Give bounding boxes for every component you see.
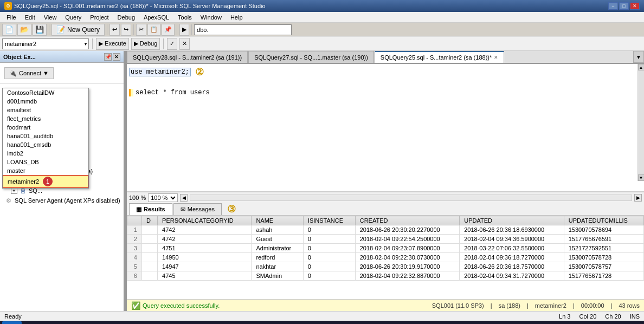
taskbar-task-view-button[interactable]: ⧉ [41,321,56,324]
menu-project[interactable]: Project [86,13,113,22]
new-file-button[interactable]: 📄 [2,24,16,36]
minimize-button[interactable]: − [608,2,618,10]
row-num-cell: 3 [127,244,142,253]
horizontal-scroll-track[interactable] [190,195,632,201]
menu-view[interactable]: View [40,13,61,22]
open-file-button[interactable]: 📂 [17,24,31,36]
menu-bar: File Edit View Query Project Debug ApexS… [0,12,644,23]
start-button[interactable]: ⊞ [2,321,22,324]
table-row[interactable]: 24742Guest02018-02-04 09:22:54.250000020… [127,235,644,244]
editor-area: SQLQuery28.sql - S...taminer2 (sa (191))… [127,51,644,311]
db-item-master[interactable]: master [3,166,88,175]
cut-button[interactable]: ✂ [136,24,146,36]
table-row[interactable]: 14742ashah02018-06-26 20:30:20.227000020… [127,225,644,235]
results-table-wrapper[interactable]: D PERSONALCATEGORYID NAME ISINSTANCE CRE… [127,216,644,299]
code-editor[interactable]: use metaminer2; ② select * from users [127,64,644,192]
db-item-metaminer2[interactable]: metaminer2 1 [3,175,88,188]
copy-button[interactable]: 📋 [147,24,160,36]
menu-window[interactable]: Window [196,13,226,22]
table-row[interactable]: 414950redford02018-02-04 09:22:30.073000… [127,253,644,262]
data-cell: 0 [303,271,355,281]
menu-tools[interactable]: Tools [173,13,196,22]
db-item-emailtest[interactable]: emailtest [3,106,88,114]
status-server: SQL001 (11.0 SP3) [432,302,484,309]
results-tab-results[interactable]: ▦ Results [129,203,172,215]
scroll-up-button[interactable]: ▲ [638,64,645,70]
zoom-selector[interactable]: 100 % 75 % 150 % [148,193,178,202]
play-button[interactable]: ▶ [179,24,189,36]
data-cell: 4742 [158,235,252,244]
code-line-3: select * from users [129,88,636,98]
taskbar-explorer-button[interactable]: 📁 [59,321,74,324]
object-explorer-header: Object Ex... 📌 ✕ [0,51,124,63]
new-query-button[interactable]: 📝 New Query [51,24,105,36]
menu-edit[interactable]: Edit [21,13,40,22]
row-num-cell: 6 [127,271,142,281]
data-cell: 1530070578757 [564,262,643,271]
scroll-right-button[interactable]: ▶ [634,194,642,202]
scroll-down-button[interactable]: ▼ [638,174,645,181]
pane-close-button[interactable]: ✕ [113,53,120,61]
debug-button[interactable]: ▶ Debug [131,38,160,50]
data-cell: 2018-02-04 09:34:36.5900000 [460,235,564,244]
app-icon: ⚙ [4,2,12,10]
tab-query28[interactable]: SQLQuery28.sql - S...taminer2 (sa (191)) [127,51,248,63]
results-table: D PERSONALCATEGORYID NAME ISINSTANCE CRE… [127,216,644,281]
messages-tab-label: Messages [188,206,215,212]
col-updatedutcmillis: UPDATEDUTCMILLIS [564,216,643,225]
db-selector[interactable]: metaminer2 [2,38,89,49]
db-item-imdb2[interactable]: imdb2 [3,149,88,158]
taskbar-search-button[interactable]: 🔍 [24,321,39,324]
menu-apexsql[interactable]: ApexSQL [139,13,173,22]
cancel-exec-button[interactable]: ✕ [179,38,190,50]
undo-button[interactable]: ↩ [110,24,120,36]
table-row[interactable]: 34751Administrator02018-02-04 09:23:07.8… [127,244,644,253]
data-cell: 2018-02-04 09:23:07.8900000 [355,244,460,253]
row-num-cell: 4 [127,253,142,262]
paste-button[interactable]: 📌 [162,24,175,36]
connect-button[interactable]: 🔌 Connect ▼ [4,67,54,79]
maximize-button[interactable]: □ [619,2,629,10]
server-search-input[interactable] [194,24,292,35]
separator-5 [191,24,192,35]
check-button[interactable]: ✓ [167,38,177,50]
status-separator-4: | [611,302,613,309]
table-row[interactable]: 64745SMAdmin02018-02-04 09:22:32.8870000… [127,271,644,281]
tab-scroll-button[interactable]: ▼ [633,51,644,63]
execute-button[interactable]: ▶ Execute [96,38,129,50]
save-button[interactable]: 💾 [33,24,47,36]
menu-debug[interactable]: Debug [113,13,139,22]
taskbar-chrome-button[interactable]: ◉ [76,321,91,324]
annotation-1: 1 [43,177,53,186]
tab-query25[interactable]: SQLQuery25.sql - S...taminer2 (sa (188))… [375,51,504,63]
results-tab-messages[interactable]: ✉ Messages [173,203,222,215]
pane-pin-button[interactable]: 📌 [104,53,112,61]
close-button[interactable]: ✕ [630,2,640,10]
connect-icon: 🔌 [9,70,17,77]
db-item-contosoretaildw[interactable]: ContosoRetailDW [3,88,88,97]
db-item-d001mmdb[interactable]: d001mmdb [3,97,88,106]
tree-agent-node[interactable]: ⚙ SQL Server Agent (Agent XPs disabled) [0,196,124,205]
tab-query27[interactable]: SQLQuery27.sql - SQ...1.master (sa (190)… [248,51,374,63]
data-cell: 2018-02-04 09:22:32.8870000 [355,271,460,281]
redo-button[interactable]: ↪ [121,24,131,36]
menu-query[interactable]: Query [61,13,86,22]
data-cell: 2018-02-04 09:22:54.2500000 [355,235,460,244]
data-cell: 14947 [158,262,252,271]
col-updated: UPDATED [460,216,564,225]
data-cell: 0 [303,253,355,262]
table-row[interactable]: 514947nakhtar02018-06-26 20:30:19.917000… [127,262,644,271]
tab-query25-close[interactable]: ✕ [494,55,498,60]
data-cell: 4751 [158,244,252,253]
menu-help[interactable]: Help [226,13,247,22]
scroll-left-button[interactable]: ◀ [180,194,188,202]
menu-file[interactable]: File [2,13,21,22]
db-item-fleet-metrics[interactable]: fleet_metrics [3,114,88,123]
ch-label: Ch 20 [605,313,621,320]
taskbar-ssms-button[interactable]: 🗃 [93,321,108,324]
db-item-loans-db[interactable]: LOANS_DB [3,158,88,166]
db-item-hana001-cmsdb[interactable]: hana001_cmsdb [3,140,88,149]
db-item-foodmart[interactable]: foodmart [3,123,88,132]
messages-icon: ✉ [181,206,185,213]
db-item-hana001-auditdb[interactable]: hana001_auditdb [3,132,88,140]
